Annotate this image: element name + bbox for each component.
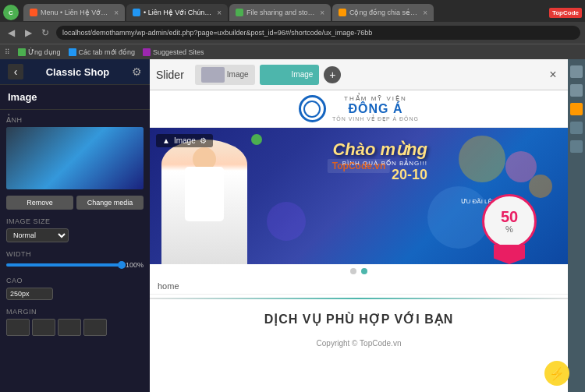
sidebar-icon-4[interactable] <box>570 122 583 134</box>
element-label: Image <box>0 85 150 110</box>
reload-button[interactable]: ↻ <box>39 26 51 39</box>
slider-tab-1[interactable]: Image <box>195 65 255 85</box>
topcode-logo-icon: TopCode <box>549 8 582 18</box>
bookmark-tabs[interactable]: Các tab mới đồng <box>69 48 136 56</box>
remove-button[interactable]: Remove <box>6 196 73 210</box>
left-panel-header: ‹ Classic Shop ⚙ <box>0 59 150 85</box>
settings-icon[interactable]: ⚙ <box>200 136 207 145</box>
width-thumb[interactable] <box>118 261 126 269</box>
margin-bottom[interactable] <box>58 319 81 336</box>
breadcrumb-bar: home <box>150 278 568 295</box>
add-slide-button[interactable]: + <box>324 66 341 83</box>
services-section: DỊCH VỤ PHÙ HỢP VỚI BẠN <box>150 302 568 336</box>
cao-row <box>6 288 144 300</box>
dot-1[interactable] <box>350 268 356 274</box>
back-arrow-button[interactable]: ‹ <box>8 64 23 79</box>
banner-image: Chào mừng BÌNH QUÀ BỐN BẢNG!!! 20-10 ƯU … <box>150 128 568 264</box>
forward-button[interactable]: ▶ <box>22 26 34 39</box>
address-input[interactable] <box>56 26 580 40</box>
bokeh-4 <box>529 175 552 198</box>
margin-label: MARGIN <box>6 308 144 316</box>
sidebar-icon-1[interactable] <box>570 65 583 78</box>
bookmark-tabs-label: Các tab mới đồng <box>79 48 136 56</box>
cao-input[interactable] <box>6 288 53 300</box>
copyright-text: Copyright © TopCode.vn <box>317 339 402 348</box>
margin-right[interactable] <box>32 319 55 336</box>
tab1-favicon <box>30 9 37 16</box>
image-size-row: Normal <box>6 228 144 242</box>
bookmark-suggested[interactable]: Suggested Sites <box>143 48 204 56</box>
image-preview-inner <box>6 127 144 189</box>
margin-top[interactable] <box>6 319 30 336</box>
slider-panel-header: Slider Image Image + × <box>150 59 568 90</box>
logo-tagline: TÔN VINH VẺ ĐẸP Á ĐÔNG <box>332 116 419 122</box>
bokeh-3 <box>427 186 490 249</box>
website-header: THẨM MỸ VIỆN ĐÔNG Á TÔN VINH VẺ ĐẸP Á ĐÔ… <box>150 90 568 128</box>
tab1-thumb <box>201 67 225 83</box>
gear-icon[interactable]: ⚙ <box>132 65 142 78</box>
properties-area: ẢNH Remove Change media IMAGE SIZE <box>0 110 150 392</box>
tab3-label: File sharing and storag... <box>246 9 315 16</box>
divider-line <box>150 298 568 299</box>
sale-number: 50 <box>501 209 518 224</box>
services-title: DỊCH VỤ PHÙ HỢP VỚI BẠN <box>159 312 558 327</box>
image-size-label: IMAGE SIZE <box>6 217 144 225</box>
tab2-label: • Liên Hệ Với Chúng Tô... <box>144 9 212 16</box>
width-fill <box>6 263 126 267</box>
tab4-favicon <box>339 9 346 16</box>
width-slider-container <box>6 263 126 267</box>
sale-circle: 50 % <box>482 194 537 249</box>
tab-bar: C Menu • Liên Hệ Với Chú... × • Liên Hệ … <box>0 0 585 22</box>
logo-inner-circle <box>303 101 321 118</box>
panel-title: Classic Shop <box>46 66 110 78</box>
chao-mung-container: Chào mừng BÌNH QUÀ BỐN BẢNG!!! 20-10 <box>332 139 427 183</box>
float-action-button[interactable]: ⚡ <box>544 361 569 386</box>
suggested-favicon <box>143 48 151 56</box>
float-icon: ⚡ <box>549 366 565 381</box>
woman-figure <box>161 139 247 264</box>
bokeh-5 <box>267 202 306 241</box>
image-overlay-bar[interactable]: ▲ Image ⚙ <box>156 134 213 147</box>
image-size-select[interactable]: Normal <box>6 228 69 242</box>
image-size-section: IMAGE SIZE Normal <box>6 217 144 242</box>
tab1-label: Menu • Liên Hệ Với Chú... <box>41 9 109 16</box>
change-media-button[interactable]: Change media <box>76 196 144 210</box>
logo-text-area: THẨM MỸ VIỆN ĐÔNG Á TÔN VINH VẺ ĐẸP Á ĐÔ… <box>332 95 419 122</box>
slider-dots <box>150 264 568 278</box>
logo-circle <box>299 95 326 122</box>
breadcrumb-home[interactable]: home <box>158 281 179 291</box>
sidebar-icon-5[interactable] <box>570 140 583 153</box>
right-sidebar <box>568 59 585 392</box>
bookmark-apps[interactable]: Ứng dụng <box>18 48 61 56</box>
tab3-close[interactable]: × <box>320 9 324 17</box>
browser-tab-1[interactable]: Menu • Liên Hệ Với Chú... × <box>23 4 125 21</box>
close-slider-button[interactable]: × <box>544 66 562 83</box>
margin-left[interactable] <box>83 319 107 336</box>
dot-2[interactable] <box>361 268 367 274</box>
canvas-area: THẨM MỸ VIỆN ĐÔNG Á TÔN VINH VẺ ĐẸP Á ĐÔ… <box>150 90 568 392</box>
tab1-close[interactable]: × <box>114 9 119 17</box>
browser-chrome: C Menu • Liên Hệ Với Chú... × • Liên Hệ … <box>0 0 585 59</box>
bookmark-apps-label: Ứng dụng <box>28 48 61 56</box>
width-slider[interactable] <box>6 263 126 267</box>
back-button[interactable]: ◀ <box>5 26 17 39</box>
banner-container: Chào mừng BÌNH QUÀ BỐN BẢNG!!! 20-10 ƯU … <box>150 128 568 278</box>
tab4-label: Cộng đồng chia sẻ và ch... <box>349 9 418 16</box>
logo-subtitle: THẨM MỸ VIỆN <box>332 95 419 102</box>
slider-tab-2[interactable]: Image <box>260 65 320 85</box>
sidebar-icon-2[interactable] <box>570 84 583 97</box>
browser-tab-4[interactable]: Cộng đồng chia sẻ và ch... × <box>332 4 434 21</box>
tab4-close[interactable]: × <box>423 9 427 17</box>
sub-text: BÌNH QUÀ BỐN BẢNG!!! <box>332 160 427 167</box>
browser-tab-2[interactable]: • Liên Hệ Với Chúng Tô... × <box>126 4 228 21</box>
overlay-image-label: Image <box>174 136 196 145</box>
tab2-close[interactable]: × <box>217 9 222 17</box>
date-text: 20-10 <box>332 167 427 183</box>
slider-tab1-label: Image <box>227 70 249 79</box>
chao-mung-text: Chào mừng <box>332 139 427 160</box>
sidebar-icon-3[interactable] <box>570 103 583 115</box>
left-panel: ‹ Classic Shop ⚙ Image ẢNH R <box>0 59 150 392</box>
browser-tab-3[interactable]: File sharing and storag... × <box>229 4 331 21</box>
width-unit: % <box>137 261 144 269</box>
bookmark-suggested-label: Suggested Sites <box>153 48 204 56</box>
